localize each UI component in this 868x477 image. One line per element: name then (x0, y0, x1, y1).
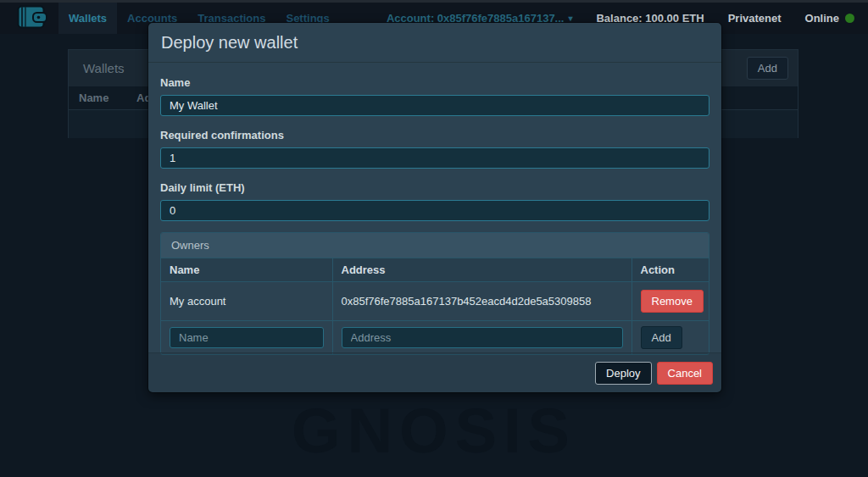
new-owner-address-input[interactable] (342, 327, 623, 348)
wallets-panel-title: Wallets (83, 61, 125, 75)
wallet-icon (17, 5, 48, 31)
wallets-column-name: Name (69, 92, 136, 104)
new-owner-row: Add (161, 321, 709, 355)
deploy-button[interactable]: Deploy (595, 362, 651, 385)
remove-owner-button[interactable]: Remove (641, 290, 704, 313)
required-confirmations-input[interactable] (160, 147, 709, 169)
owners-column-action: Action (632, 258, 709, 282)
online-status-label: Online (805, 12, 839, 25)
owners-panel-title: Owners (161, 233, 709, 258)
add-wallet-button[interactable]: Add (747, 57, 788, 80)
owner-address-cell: 0x85f76fe7885a167137b452eacd4d2de5a53098… (332, 282, 632, 321)
chevron-down-icon: ▾ (568, 14, 572, 23)
owners-column-name: Name (161, 258, 332, 282)
new-owner-action-cell: Add (632, 321, 709, 355)
confirmations-field-label: Required confirmations (160, 129, 709, 141)
network-label: Privatenet (716, 12, 793, 25)
online-indicator-icon (845, 14, 854, 23)
owners-column-address: Address (332, 258, 632, 282)
wallet-name-input[interactable] (160, 95, 709, 116)
modal-title: Deploy new wallet (161, 33, 709, 53)
nav-item-wallets[interactable]: Wallets (58, 3, 117, 34)
new-owner-name-input[interactable] (170, 327, 324, 348)
deploy-wallet-modal: Deploy new wallet Name Required confirma… (148, 23, 721, 392)
add-owner-button[interactable]: Add (641, 326, 682, 349)
nav-item-label: Wallets (69, 12, 107, 25)
owners-panel: Owners Name Address Action My account 0x… (160, 232, 709, 355)
connection-status: Online (793, 12, 861, 25)
owner-name-cell: My account (161, 282, 332, 321)
cancel-button[interactable]: Cancel (657, 362, 713, 385)
owner-row: My account 0x85f76fe7885a167137b452eacd4… (161, 282, 709, 321)
modal-header: Deploy new wallet (148, 23, 721, 63)
gnosis-watermark: GNOSIS (292, 395, 576, 467)
brand-logo[interactable] (0, 3, 58, 34)
owners-table: Name Address Action My account 0x85f76fe… (161, 258, 709, 354)
daily-limit-field-label: Daily limit (ETH) (160, 181, 709, 194)
daily-limit-input[interactable] (160, 200, 709, 221)
new-owner-address-cell (332, 321, 632, 355)
name-field-label: Name (160, 76, 709, 89)
owners-header-row: Name Address Action (161, 258, 709, 282)
modal-body: Name Required confirmations Daily limit … (148, 63, 721, 355)
new-owner-name-cell (161, 321, 332, 355)
owner-action-cell: Remove (632, 282, 709, 321)
modal-footer: Deploy Cancel (148, 352, 721, 392)
